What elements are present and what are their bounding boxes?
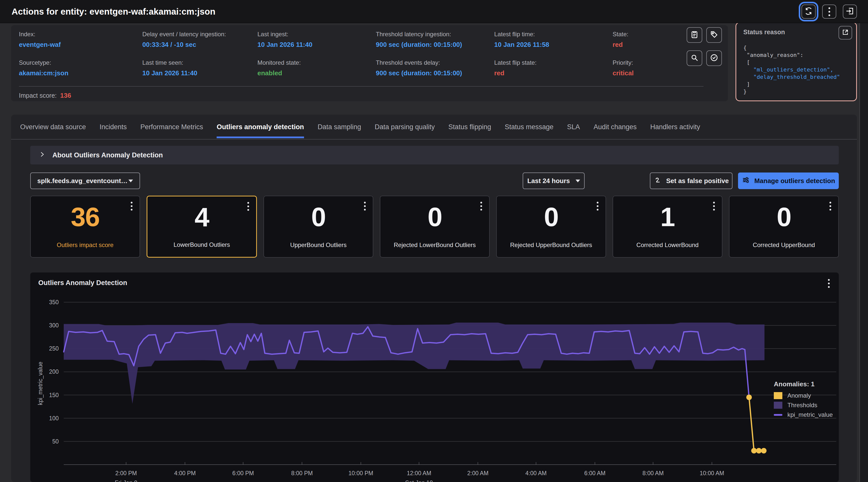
tab-overview-data-source[interactable]: Overview data source: [20, 123, 86, 138]
metric-card-corrected-upperbound[interactable]: 0Corrected UpperBound: [729, 196, 839, 258]
tag-icon: [710, 30, 718, 40]
set-false-positive-button[interactable]: Set as false positive: [650, 172, 733, 189]
impact-score-label: Impact score:: [19, 92, 57, 99]
clipboard-icon: [690, 30, 699, 40]
x-tick-label: 4:00 PM: [174, 470, 196, 477]
anomalies-count-label: Anomalies: 1: [774, 380, 833, 388]
status-reason-panel: Status reason { "anomaly_reason": [ "ml_…: [736, 22, 857, 101]
info-field-label: Latest flip time:: [494, 31, 613, 38]
card-value: 0: [380, 202, 489, 232]
info-field-label: Priority:: [613, 59, 688, 66]
info-field-label: Sourcetype:: [19, 59, 142, 66]
set-false-positive-label: Set as false positive: [666, 177, 729, 185]
info-field-label: Monitored state:: [257, 59, 376, 66]
tab-outliers-anomaly-detection[interactable]: Outliers anomaly detection: [217, 123, 304, 138]
legend-item-thresholds[interactable]: Thresholds: [774, 401, 833, 409]
metric-card-lowerbound-outliers[interactable]: 4LowerBound Outliers: [147, 196, 257, 258]
y-tick-label: 300: [49, 322, 59, 329]
scrollbar-gutter[interactable]: [860, 23, 868, 482]
info-field: Index:eventgen-waf: [19, 31, 142, 49]
about-outliers-expander[interactable]: About Outliers Anomaly Detection: [30, 146, 839, 164]
external-link-icon: [842, 28, 849, 37]
about-outliers-label: About Outliers Anomaly Detection: [52, 151, 163, 159]
info-field-label: Delay event / latency ingestion:: [142, 31, 257, 38]
model-select[interactable]: splk.feeds.avg_eventcount_5m:model_1...: [30, 172, 140, 189]
status-reason-title: Status reason: [743, 28, 785, 36]
card-label: UpperBound Outliers: [264, 242, 373, 249]
metric-card-rejected-upperbound-outliers[interactable]: 0Rejected UpperBound Outliers: [496, 196, 606, 258]
impact-score-value: 136: [60, 92, 71, 99]
x-tick-label: 12:00 AM: [407, 470, 431, 477]
legend-label: Anomaly: [787, 392, 811, 399]
tab-performance-metrics[interactable]: Performance Metrics: [140, 123, 203, 138]
info-field-value: 10 Jan 2026 11:40: [142, 69, 257, 77]
info-divider: [19, 86, 704, 87]
tags-button[interactable]: [706, 27, 722, 43]
card-label: Rejected LowerBound Outliers: [380, 242, 489, 249]
status-reason-expand-button[interactable]: [839, 26, 852, 39]
metric-card-corrected-lowerbound[interactable]: 1Corrected LowerBound: [613, 196, 722, 258]
tab-handlers-activity[interactable]: Handlers activity: [650, 123, 700, 138]
y-axis-label: kpi_metric_value: [37, 362, 43, 405]
anomaly-dot: [746, 395, 752, 400]
tab-audit-changes[interactable]: Audit changes: [593, 123, 637, 138]
metric-card-outliers-impact-score[interactable]: 36Outliers impact score: [30, 196, 140, 258]
x-tick-label: 10:00 AM: [700, 470, 724, 477]
legend-swatch: [774, 401, 782, 409]
metric-card-rejected-lowerbound-outliers[interactable]: 0Rejected LowerBound Outliers: [380, 196, 490, 258]
tab-sla[interactable]: SLA: [567, 123, 580, 138]
card-value: 0: [497, 202, 606, 232]
acknowledge-button[interactable]: [706, 51, 722, 66]
x-tick-label: 6:00 AM: [584, 470, 606, 477]
outliers-chart-panel: Outliers Anomaly Detection 5010015020025…: [30, 272, 839, 482]
info-field: Latest flip time:10 Jan 2026 11:58: [494, 31, 613, 49]
status-reason-line: "anomaly_reason":: [743, 52, 840, 59]
info-field-value: enabled: [257, 69, 376, 77]
x-tick-label: 10:00 PM: [348, 470, 373, 477]
info-field-label: Last time seen:: [142, 59, 257, 66]
anomaly-line: [749, 397, 764, 451]
header-actions: [802, 4, 857, 19]
y-tick-label: 50: [52, 438, 59, 445]
refresh-button[interactable]: [802, 4, 816, 19]
card-label: Corrected UpperBound: [730, 242, 838, 249]
tab-data-sampling[interactable]: Data sampling: [318, 123, 361, 138]
status-reason-line: [: [743, 59, 840, 66]
controls-row: splk.feeds.avg_eventcount_5m:model_1... …: [30, 172, 839, 190]
notes-button[interactable]: [687, 27, 702, 43]
info-field-label: Last ingest:: [257, 31, 376, 38]
chevron-down-icon: [128, 180, 133, 182]
status-reason-line: ]: [743, 81, 840, 88]
tab-incidents[interactable]: Incidents: [99, 123, 127, 138]
manage-outliers-button[interactable]: Manage outliers detection: [738, 172, 839, 189]
tab-data-parsing-quality[interactable]: Data parsing quality: [375, 123, 435, 138]
info-field-label: Threshold events delay:: [376, 59, 494, 66]
info-field: State:red: [613, 31, 688, 49]
legend-item-anomaly[interactable]: Anomaly: [774, 392, 833, 399]
tab-bar: Overview data sourceIncidentsPerformance…: [20, 123, 700, 138]
x-tick-label: 8:00 PM: [291, 470, 313, 477]
info-field: Monitored state:enabled: [257, 59, 376, 77]
anomaly-dot: [761, 448, 767, 454]
kebab-menu-icon: [829, 7, 830, 16]
info-field-value: 900 sec (duration: 00:15:00): [376, 41, 494, 49]
info-field-value: eventgen-waf: [19, 41, 142, 49]
search-button[interactable]: [687, 51, 702, 66]
outliers-chart: 50100150200250300350kpi_metric_value2:00…: [30, 272, 839, 482]
exit-button[interactable]: [843, 4, 857, 19]
x-tick-sublabel: Fri Jan 9: [115, 480, 137, 482]
info-field-value: red: [613, 41, 688, 49]
header-menu-button[interactable]: [822, 4, 836, 19]
app-header: Actions for entity: eventgen-waf:akamai:…: [0, 0, 868, 23]
thresholds-band: [64, 323, 765, 404]
info-field: Sourcetype:akamai:cm:json: [19, 59, 142, 77]
info-field-value: red: [494, 69, 613, 77]
time-range-select[interactable]: Last 24 hours: [523, 172, 585, 189]
metric-card-upperbound-outliers[interactable]: 0UpperBound Outliers: [264, 196, 373, 258]
card-label: Rejected UpperBound Outliers: [497, 242, 606, 249]
tab-status-message[interactable]: Status message: [505, 123, 554, 138]
sliders-icon: [742, 176, 750, 186]
legend-item-kpi-metric-value[interactable]: kpi_metric_value: [774, 411, 833, 418]
tab-status-flipping[interactable]: Status flipping: [448, 123, 491, 138]
y-tick-label: 150: [49, 392, 59, 398]
